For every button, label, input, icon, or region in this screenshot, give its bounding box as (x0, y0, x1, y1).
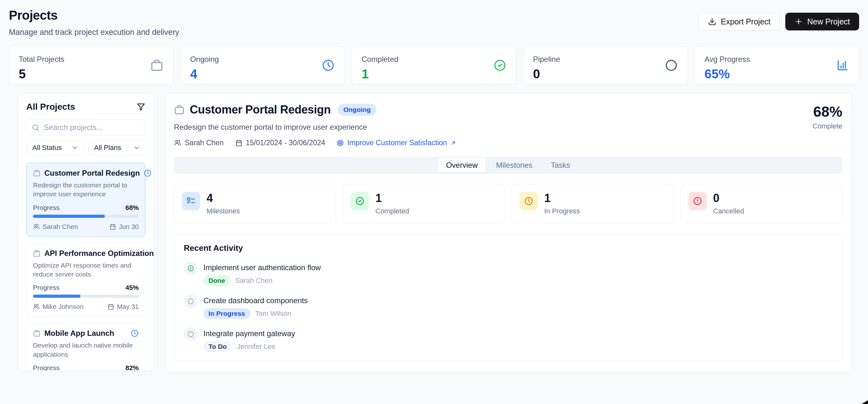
tab-tasks[interactable]: Tasks (542, 158, 579, 173)
summary-card-avg-progress: Avg Progress 65% (695, 46, 859, 84)
summary-label: Avg Progress (705, 55, 849, 64)
stat-value: 0 (713, 193, 744, 204)
briefcase-icon (33, 250, 40, 257)
detail-tabs: Overview Milestones Tasks (174, 157, 842, 174)
search-input[interactable] (26, 120, 146, 136)
progress-bar-fill (33, 295, 81, 298)
check-circle-icon-chip (351, 192, 369, 210)
milestone-stats-row: 4 Milestones 1 Completed (174, 184, 842, 223)
completion-block: 68% Complete (812, 103, 842, 130)
activity-item: Integrate payment gateway To Do Jennifer… (184, 327, 833, 352)
sidebar-header: All Projects (26, 102, 146, 112)
stat-text: 1 Completed (375, 192, 409, 215)
new-project-label: New Project (807, 17, 850, 26)
progress-value: 68% (125, 204, 139, 211)
circle-icon (184, 327, 198, 341)
search-container (26, 120, 146, 136)
detail-description: Redesign the customer portal to improve … (174, 123, 457, 132)
sidebar-title: All Projects (26, 102, 75, 112)
users-icon (174, 139, 182, 147)
stat-card-cancelled: 0 Cancelled (680, 184, 842, 223)
detail-header-left: Customer Portal Redesign Ongoing Redesig… (174, 103, 457, 147)
project-name: Customer Portal Redesign (44, 169, 140, 178)
summary-cards-row: Total Projects 5 Ongoing 4 Completed 1 P… (9, 46, 859, 84)
project-card-header: Mobile App Launch (33, 329, 139, 338)
project-owner: Mike Johnson (33, 303, 84, 311)
download-icon (708, 18, 716, 26)
status-pill: Done (204, 275, 230, 286)
stat-card-completed: 1 Completed (343, 184, 505, 223)
filter-icon[interactable] (136, 103, 146, 111)
project-card-customer-portal-redesign[interactable]: Customer Portal Redesign Redesign the cu… (26, 163, 146, 236)
completion-percentage: 68% (812, 103, 842, 120)
status-pill: In Progress (204, 308, 250, 319)
export-project-label: Export Project (721, 17, 770, 26)
detail-project-title: Customer Portal Redesign (190, 103, 331, 116)
progress-row: Progress 82% (33, 364, 139, 371)
summary-card-ongoing: Ongoing 4 (180, 46, 345, 84)
due-date: Jun 30 (119, 223, 139, 231)
alert-circle-icon-chip (688, 192, 707, 210)
project-name: API Performance Optimization (44, 249, 154, 258)
progress-row: Progress 45% (33, 284, 139, 291)
stat-card-in-progress: 1 In Progress (512, 184, 674, 223)
recent-activity-card: Recent Activity Implement user authentic… (174, 234, 842, 361)
activity-task: Create dashboard components (204, 296, 308, 305)
chevron-down-icon (133, 144, 140, 151)
search-icon (31, 123, 40, 132)
summary-value: 5 (19, 67, 163, 81)
stat-label: Cancelled (713, 207, 744, 215)
status-filter-select[interactable]: All Status (26, 141, 84, 155)
progress-label: Progress (33, 284, 60, 291)
plans-filter-select[interactable]: All Plans (88, 141, 146, 155)
stat-value: 4 (207, 193, 240, 204)
detail-meta-row: Sarah Chen 15/01/2024 - 30/06/2024 Impro… (174, 139, 457, 147)
activity-meta: To Do Jennifer Lee (204, 341, 295, 352)
progress-bar (33, 215, 139, 218)
project-card-header: API Performance Optimization (33, 249, 139, 258)
check-circle-icon (493, 59, 506, 72)
detail-title-row: Customer Portal Redesign Ongoing (174, 103, 457, 116)
bar-chart-icon (836, 59, 849, 72)
tab-milestones[interactable]: Milestones (488, 158, 541, 173)
export-project-button[interactable]: Export Project (699, 13, 780, 30)
recent-activity-list: Implement user authentication flow Done … (184, 261, 833, 352)
briefcase-icon (33, 329, 40, 337)
project-card-api-performance-optimization[interactable]: API Performance Optimization Optimize AP… (26, 243, 146, 317)
tab-overview[interactable]: Overview (438, 158, 486, 173)
project-name: Mobile App Launch (44, 329, 127, 338)
arrow-up-right-icon (450, 140, 457, 146)
completion-label: Complete (812, 122, 842, 130)
stat-text: 4 Milestones (207, 192, 240, 215)
checklist-icon (186, 196, 196, 206)
activity-assignee: Tom Wilson (255, 310, 291, 318)
objective-link[interactable]: Improve Customer Satisfaction (336, 139, 456, 147)
check-circle-icon (184, 261, 198, 275)
new-project-button[interactable]: New Project (785, 13, 859, 30)
status-badge: Ongoing (338, 104, 376, 116)
summary-card-total-projects: Total Projects 5 (9, 46, 173, 84)
stat-value: 1 (375, 193, 409, 204)
projects-sidebar: All Projects All Status All Plans (18, 93, 154, 371)
stat-label: Milestones (207, 207, 240, 215)
project-card-header: Customer Portal Redesign (33, 169, 139, 178)
recent-activity-title: Recent Activity (184, 243, 833, 253)
chevron-down-icon (71, 144, 78, 151)
target-icon (336, 139, 344, 147)
mouse-cursor (862, 400, 868, 404)
activity-meta: In Progress Tom Wilson (204, 308, 308, 319)
stat-text: 1 In Progress (544, 192, 580, 215)
summary-value: 1 (362, 67, 506, 81)
owner-name: Mike Johnson (42, 303, 84, 311)
progress-value: 82% (125, 364, 139, 371)
project-description: Optimize API response times and reduce s… (33, 261, 139, 279)
project-card-mobile-app-launch[interactable]: Mobile App Launch Develop and launch nat… (26, 323, 146, 371)
plus-icon (795, 18, 803, 26)
summary-label: Ongoing (190, 55, 335, 64)
calendar-icon (107, 303, 114, 310)
clock-status-icon (130, 329, 139, 338)
detail-header: Customer Portal Redesign Ongoing Redesig… (174, 103, 842, 147)
clock-icon (524, 196, 533, 206)
page-title: Projects (9, 8, 179, 23)
stat-card-milestones: 4 Milestones (174, 184, 336, 223)
